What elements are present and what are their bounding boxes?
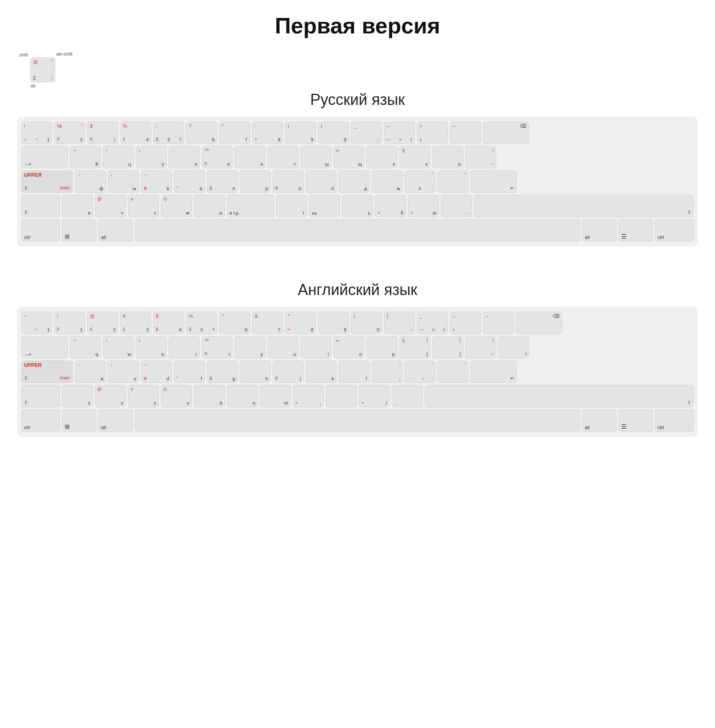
key-2-en[interactable]: @ €2 [87,312,118,334]
key-plus-ru[interactable]: + ± [417,122,448,144]
key-0-en[interactable]: ( 0 [351,312,382,334]
key-p[interactable]: p [366,336,397,358]
key-menu-ru[interactable]: ☰ [619,219,653,242]
key-5-en[interactable]: % $5¢ [186,312,217,334]
key-grave-en[interactable]: ~ ` ≈1 [21,312,52,334]
key-4-en[interactable]: $ $4 [153,312,184,334]
key-backslash-ru[interactable]: / ÷ [465,146,496,168]
key-3-en[interactable]: # £3 [120,312,151,334]
key-o[interactable]: ∞ o [334,336,364,358]
key-alt-en-l[interactable]: alt [98,409,133,432]
key-caps-en[interactable]: UPPER ⇪lower [21,361,73,383]
key-tab-en[interactable]: →↵ [21,336,68,358]
key-er[interactable]: р [240,170,271,193]
key-h[interactable]: h [240,361,271,383]
key-yi[interactable]: ↔ й [70,146,101,168]
key-i-ru[interactable]: и [194,195,225,217]
key-caps-ru[interactable]: UPPER ⇪lower [21,170,73,193]
key-myagki[interactable]: ь [342,195,373,217]
key-v[interactable]: © v [161,385,192,407]
key-win-en[interactable]: ⊞ [62,409,96,432]
key-quot-ru[interactable]: " [438,170,468,193]
key-g[interactable]: Δg [207,361,238,383]
key-el[interactable]: л [306,170,337,193]
key-semicolon[interactable]: : ; [372,361,402,383]
key-z[interactable]: z [62,385,93,407]
key-be[interactable]: «б [375,195,406,217]
key-q[interactable]: ↔ q [70,336,101,358]
key-minus-en[interactable]: ) - [384,312,415,334]
key-quot2-en[interactable]: " [438,361,468,383]
key-sha[interactable]: ш [301,146,331,168]
key-menu-en[interactable]: ☰ [619,409,653,432]
key-8ru[interactable]: · ×8 [252,122,283,144]
key-alt-ru-l[interactable]: alt [98,219,133,242]
key-c[interactable]: ≠ c [128,385,159,407]
key-ve[interactable]: → ⊕в [141,170,172,193]
key-0ru[interactable]: ) 0 [318,122,349,144]
key-y[interactable]: y [235,336,265,358]
key-backspace-en[interactable]: ⌫ [516,312,562,334]
key-1-en[interactable]: ! Р1 [54,312,85,334]
key-rshift-en[interactable]: ⇧ [425,385,694,407]
key-pe[interactable]: Δп [207,170,238,193]
key-backspace-ru[interactable]: ⌫ [483,122,529,144]
key-shcha[interactable]: ∞ щ [334,146,364,168]
key-ef[interactable]: ← ф [75,170,106,193]
key-6-en[interactable]: ^ 6 [219,312,250,334]
key-che[interactable]: Ø ч [95,195,126,217]
key-n[interactable]: n [227,385,258,407]
key-altgr-ru[interactable]: alt [582,219,617,242]
key-dash2-ru[interactable]: – [450,122,481,144]
key-t[interactable]: ™ ®t [202,336,232,358]
key-dash3-en[interactable]: – [483,312,514,334]
key-ctrl-en-r[interactable]: ctrl [655,409,694,432]
key-minus-ru[interactable]: _ - [351,122,382,144]
key-enter-en[interactable]: ↵ [471,361,517,383]
key-ye[interactable]: ™ ®е [202,146,232,168]
key-j[interactable]: ₽j [273,361,304,383]
key-e[interactable]: ↕ e [136,336,167,358]
key-under-en[interactable]: _ —=± [417,312,448,334]
key-tak[interactable]: т.к. [309,195,340,217]
key-3ru[interactable]: $ €3 [87,122,118,144]
key-9ru[interactable]: ( 9 [285,122,316,144]
key-7-en[interactable]: & 7 [252,312,283,334]
key-tse[interactable]: ↑ ц [103,146,134,168]
key-em[interactable]: © м [161,195,192,217]
key-m[interactable]: m [260,385,291,407]
key-f[interactable]: °f [174,361,205,383]
key-b[interactable]: b [194,385,225,407]
key-ze[interactable]: з [366,146,397,168]
key-e-ru[interactable]: ' э' [405,170,435,193]
key-a[interactable]: °а [174,170,205,193]
key-equals-ru[interactable]: – —=± [384,122,415,144]
key-ge[interactable]: г [268,146,298,168]
key-tvhard[interactable]: ъ [432,146,463,168]
key-u[interactable]: ↕ у [136,146,167,168]
key-kha[interactable]: § х [399,146,430,168]
key-backslash-en[interactable]: \ [498,336,529,358]
key-k[interactable]: k [306,361,337,383]
key-yeru[interactable]: ↓ ы [108,170,139,193]
key-w[interactable]: ↑ w [103,336,134,358]
key-u[interactable]: u [268,336,298,358]
key-yu[interactable]: »ю [408,195,439,217]
key-2ru[interactable]: №" Р2 [54,122,85,144]
key-lshift-en[interactable]: ⇧ [21,385,60,407]
key-altgr-en[interactable]: alt [582,409,617,432]
key-8-en[interactable]: * ×8 [285,312,316,334]
key-ctrl-ru-l[interactable]: ctrl [21,219,60,242]
key-dot-ru[interactable]: .… [441,195,472,217]
key-rbracket[interactable]: } ] [432,336,463,358]
key-ya[interactable]: я [62,195,93,217]
key-i[interactable]: i [301,336,331,358]
key-space-ru[interactable] [135,219,580,242]
key-ka[interactable]: к [169,146,200,168]
key-es[interactable]: ≠ с [128,195,159,217]
key-tab-ru[interactable]: →↵ [21,146,68,168]
key-a[interactable]: ← a [75,361,106,383]
key-comma-en[interactable]: «, [293,385,324,407]
key-o[interactable]: ₽о [273,170,304,193]
key-7ru[interactable]: * 7 [219,122,250,144]
